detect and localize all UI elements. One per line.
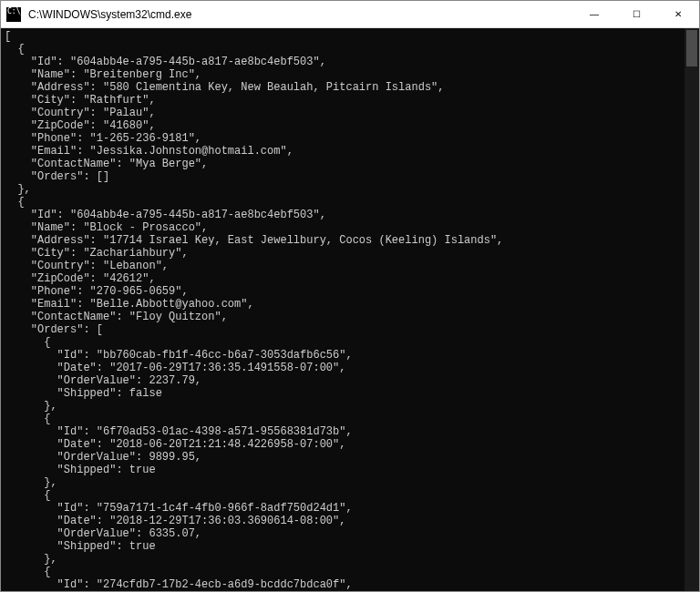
window-titlebar[interactable]: C:\WINDOWS\system32\cmd.exe — ☐ ✕ bbox=[1, 1, 699, 28]
vertical-scrollbar[interactable] bbox=[685, 28, 699, 591]
maximize-button[interactable]: ☐ bbox=[615, 1, 657, 27]
scrollbar-thumb[interactable] bbox=[686, 30, 697, 66]
window-title: C:\WINDOWS\system32\cmd.exe bbox=[26, 8, 573, 21]
window-controls: — ☐ ✕ bbox=[573, 1, 699, 27]
minimize-button[interactable]: — bbox=[573, 1, 615, 27]
close-button[interactable]: ✕ bbox=[657, 1, 699, 27]
cmd-icon bbox=[6, 7, 21, 22]
terminal-text: [ { "Id": "604abb4e-a795-445b-a817-ae8bc… bbox=[5, 30, 503, 591]
terminal-output-area[interactable]: [ { "Id": "604abb4e-a795-445b-a817-ae8bc… bbox=[1, 28, 699, 591]
